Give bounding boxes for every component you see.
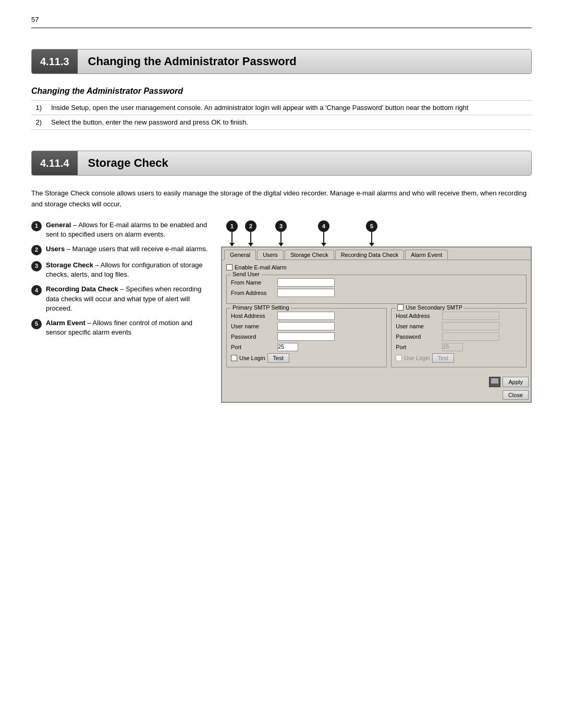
bullet-circle-4: 4 [31, 285, 42, 295]
secondary-user-input [442, 322, 499, 330]
primary-test-button[interactable]: Test [267, 353, 289, 363]
primary-host-row: Host Address [231, 312, 382, 320]
secondary-use-login-checkbox [396, 355, 402, 361]
bottom-buttons-row: Apply [222, 376, 531, 389]
primary-smtp-label: Primary SMTP Setting [231, 304, 291, 311]
secondary-password-input [442, 332, 499, 341]
secondary-port-input: 25 [442, 343, 463, 351]
step-2-row: 2) Select the button, enter the new pass… [31, 115, 532, 130]
arrow-tip-5 [369, 243, 374, 246]
arrow-tip-3 [278, 243, 284, 246]
primary-password-row: Password [231, 332, 382, 341]
step-2-num: 2) [31, 115, 47, 130]
arrow-col-2: 2 [245, 220, 256, 246]
secondary-host-input [442, 312, 499, 320]
secondary-password-row: Password [396, 332, 522, 341]
bullet-bold-4: Recording Data Check [46, 285, 118, 293]
step-1-text: Inside Setup, open the user management c… [47, 101, 532, 115]
primary-host-label: Host Address [231, 313, 275, 319]
secondary-port-label: Port [396, 344, 440, 350]
tab-alarm-event[interactable]: Alarm Event [405, 250, 448, 260]
from-name-label: From Name [231, 279, 275, 286]
arrow-col-1: 1 [226, 220, 238, 246]
primary-user-row: User name [231, 322, 382, 330]
primary-port-label: Port [231, 344, 275, 350]
page-number: 57 [31, 16, 532, 23]
secondary-host-label: Host Address [396, 313, 440, 319]
enable-email-checkbox[interactable] [226, 264, 232, 270]
from-address-input[interactable] [277, 289, 335, 297]
close-button[interactable]: Close [503, 390, 529, 400]
primary-user-input[interactable] [277, 322, 335, 330]
secondary-user-label: User name [396, 323, 440, 329]
arrow-shaft-4 [323, 232, 324, 243]
arrow-circle-2: 2 [245, 220, 256, 232]
enable-email-label: Enable E-mail Alarm [235, 264, 287, 270]
arrow-col-3: 3 [275, 220, 287, 246]
bullet-text-4: Recording Data Check – Specifies when re… [46, 285, 209, 313]
bullet-item-2: 2 Users – Manage users that will receive… [31, 244, 209, 255]
bullet-circle-1: 1 [31, 221, 42, 231]
bullet-bold-5: Alarm Event [46, 319, 85, 327]
arrow-circle-1: 1 [226, 220, 238, 232]
subsection-411-3-heading: Changing the Administrator Password [31, 87, 532, 96]
bullet-item-1: 1 General – Allows for E-mail alarms to … [31, 220, 209, 239]
primary-port-row: Port 25 [231, 343, 382, 351]
section-411-3-header: 4.11.3 Changing the Administrator Passwo… [31, 49, 532, 74]
bullet-item-4: 4 Recording Data Check – Specifies when … [31, 285, 209, 313]
page-container: 57 4.11.3 Changing the Administrator Pas… [0, 0, 563, 434]
bullet-bold-3: Storage Check [46, 261, 93, 269]
section-411-4-header: 4.11.4 Storage Check [31, 151, 532, 176]
bullet-bold-1: General [46, 221, 71, 229]
dialog-body: Enable E-mail Alarm Send User From Name … [222, 260, 531, 376]
primary-use-login-checkbox[interactable] [231, 355, 237, 361]
primary-port-input[interactable]: 25 [277, 343, 298, 351]
step-1-row: 1) Inside Setup, open the user managemen… [31, 101, 532, 115]
bullet-circle-2: 2 [31, 245, 42, 255]
arrow-circle-5: 5 [366, 220, 377, 232]
primary-host-input[interactable] [277, 312, 335, 320]
from-address-label: From Address [231, 290, 275, 296]
close-button-row: Close [222, 389, 531, 402]
tab-recording-data-check[interactable]: Recording Data Check [335, 250, 405, 260]
section-411-4-number: 4.11.4 [32, 151, 78, 175]
arrow-tip-2 [248, 243, 253, 246]
arrow-circle-3: 3 [275, 220, 287, 232]
bullet-list: 1 General – Allows for E-mail alarms to … [31, 220, 209, 403]
bullet-text-5: Alarm Event – Allows finer control of mo… [46, 318, 209, 337]
arrow-col-4: 4 [318, 220, 329, 246]
arrow-tip-1 [229, 243, 235, 246]
primary-login-row: Use Login Test [231, 353, 382, 363]
enable-email-row: Enable E-mail Alarm [226, 264, 527, 270]
bullet-text-3: Storage Check – Allows for configuration… [46, 261, 209, 279]
bullet-item-5: 5 Alarm Event – Allows finer control of … [31, 318, 209, 337]
use-secondary-checkbox[interactable] [397, 304, 403, 311]
secondary-test-button: Test [432, 353, 454, 363]
arrows-row: 1 2 3 4 [226, 220, 532, 246]
secondary-use-login-label: Use Login [404, 355, 430, 361]
arrow-circle-4: 4 [318, 220, 329, 232]
secondary-password-label: Password [396, 334, 440, 340]
tab-general[interactable]: General [224, 250, 256, 260]
secondary-host-row: Host Address [396, 312, 522, 320]
tab-users[interactable]: Users [257, 250, 284, 260]
section-411-3-title: Changing the Administrator Password [78, 50, 531, 73]
floppy-icon [489, 377, 500, 387]
step-1-num: 1) [31, 101, 47, 115]
arrow-shaft-3 [280, 232, 282, 243]
apply-button[interactable]: Apply [503, 377, 529, 387]
dialog-box: General Users Storage Check Recording Da… [221, 246, 532, 403]
primary-password-label: Password [231, 334, 275, 340]
step-2-text: Select the button, enter the new passwor… [47, 115, 532, 130]
from-name-input[interactable] [277, 278, 335, 287]
primary-password-input[interactable] [277, 332, 335, 341]
content-columns: 1 General – Allows for E-mail alarms to … [31, 220, 532, 403]
arrow-shaft-1 [231, 232, 232, 243]
section-411-4-title: Storage Check [78, 151, 531, 175]
arrow-col-5: 5 [366, 220, 377, 246]
tab-storage-check[interactable]: Storage Check [285, 250, 334, 260]
bullet-circle-5: 5 [31, 319, 42, 329]
secondary-port-row: Port 25 [396, 343, 522, 351]
steps-table: 1) Inside Setup, open the user managemen… [31, 100, 532, 130]
from-address-row: From Address [231, 289, 522, 297]
